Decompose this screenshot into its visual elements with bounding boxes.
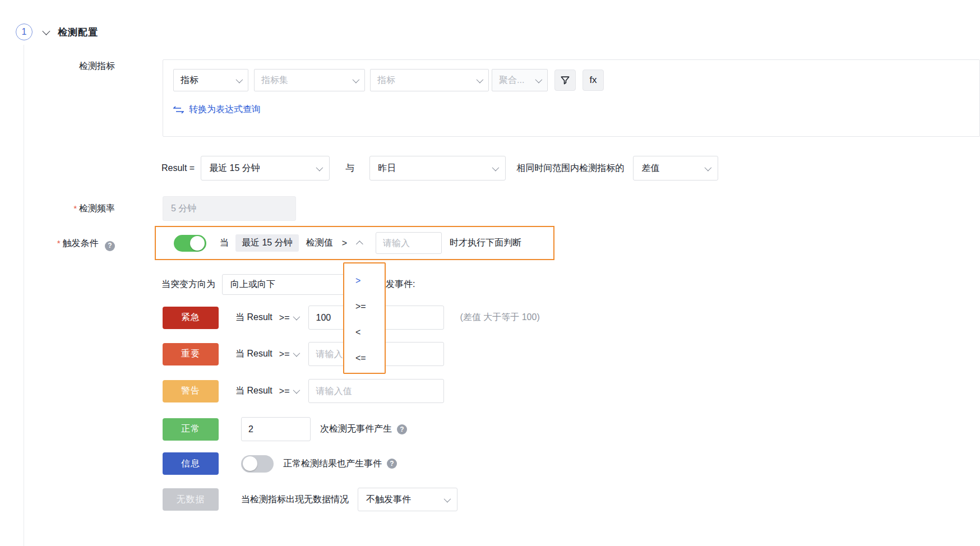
info-toggle-off[interactable]: [241, 455, 274, 473]
result-method-select[interactable]: 差值: [633, 156, 718, 181]
chevron-down-icon: [353, 76, 360, 83]
operator-option-gte[interactable]: >=: [344, 294, 385, 320]
help-question-icon[interactable]: ?: [397, 424, 407, 434]
result-window-value: 最近 15 分钟: [209, 163, 260, 174]
chevron-down-icon: [535, 76, 543, 83]
frequency-label: *检测频率: [0, 196, 115, 221]
fx-icon: fx: [589, 75, 597, 86]
result-compare-value: 昨日: [378, 163, 396, 174]
fx-button[interactable]: fx: [583, 70, 604, 91]
result-middle-text: 相同时间范围内检测指标的: [516, 163, 624, 174]
trigger-window-tag: 最近 15 分钟: [235, 234, 299, 252]
result-method-value: 差值: [641, 163, 659, 174]
filter-button[interactable]: [554, 70, 576, 91]
info-text: 正常检测结果也产生事件: [283, 458, 382, 470]
step-guide-line: [24, 45, 24, 546]
frequency-input-disabled: 5 分钟: [163, 196, 296, 221]
operator-option-lt[interactable]: <: [344, 320, 385, 345]
critical-when-text: 当 Result: [235, 312, 272, 323]
normal-count-input[interactable]: [241, 417, 311, 441]
trigger-operator-value[interactable]: >: [342, 238, 347, 248]
warning-when-text: 当 Result: [235, 385, 272, 397]
step-number-badge: 1: [16, 24, 33, 40]
trigger-toggle-on[interactable]: [174, 235, 206, 252]
swap-icon: [173, 106, 184, 114]
severity-badge-warning: 警告: [163, 380, 219, 402]
nodata-action-value: 不触发事件: [366, 494, 411, 506]
critical-hint: (差值 大于等于 100): [460, 312, 539, 323]
nodata-text: 当检测指标出现无数据情况: [241, 494, 349, 506]
metric-select[interactable]: 指标: [370, 69, 489, 91]
severity-badge-nodata: 无数据: [163, 488, 219, 511]
warning-operator-select[interactable]: >=: [279, 386, 299, 396]
chevron-down-icon: [316, 164, 323, 171]
critical-operator-select[interactable]: >=: [279, 313, 299, 323]
warning-row: 警告 当 Result >=: [163, 379, 444, 403]
nodata-row: 无数据 当检测指标出现无数据情况 不触发事件: [163, 488, 457, 511]
trigger-value-input[interactable]: [376, 232, 442, 254]
severity-badge-major: 重要: [163, 343, 219, 365]
chevron-down-icon: [492, 164, 500, 171]
help-question-icon[interactable]: ?: [105, 241, 115, 251]
metric-query-box: 指标 指标集 指标 聚合...: [163, 59, 980, 137]
chevron-up-icon[interactable]: [356, 240, 363, 248]
help-question-icon[interactable]: ?: [387, 459, 397, 469]
metric-type-select[interactable]: 指标: [173, 69, 248, 91]
normal-suffix-text: 次检测无事件产生: [320, 423, 392, 435]
operator-option-lte[interactable]: <=: [344, 345, 385, 371]
warning-value-input[interactable]: [308, 379, 444, 403]
direction-select[interactable]: 向上或向下: [222, 274, 359, 295]
funnel-icon: [560, 75, 571, 86]
chevron-down-icon: [444, 495, 451, 502]
result-compare-select[interactable]: 昨日: [369, 156, 506, 181]
frequency-value: 5 分钟: [171, 203, 196, 215]
info-row: 信息 正常检测结果也产生事件 ?: [163, 452, 397, 475]
required-asterisk: *: [73, 203, 77, 213]
aggregation-select[interactable]: 聚合...: [492, 69, 548, 91]
major-when-text: 当 Result: [235, 348, 272, 360]
result-and-text: 与: [345, 163, 354, 174]
detection-config-page: 1 检测配置 检测指标 指标 指标集 指标 聚合...: [0, 0, 980, 546]
operator-option-gt[interactable]: >: [344, 268, 385, 294]
severity-badge-critical: 紧急: [163, 307, 219, 329]
trigger-suffix-text: 时才执行下面判断: [450, 237, 521, 249]
trigger-label: *触发条件 ?: [0, 226, 115, 260]
normal-row: 正常 次检测无事件产生 ?: [163, 417, 407, 441]
major-row: 重要 当 Result >=: [163, 342, 444, 366]
operator-dropdown-panel: > >= < <=: [343, 262, 386, 374]
collapse-chevron-down-icon[interactable]: [42, 27, 50, 35]
trigger-condition-box: 当 最近 15 分钟 检测值 > 时才执行下面判断: [155, 226, 554, 260]
nodata-action-select[interactable]: 不触发事件: [358, 488, 457, 511]
convert-link-text: 转换为表达式查询: [189, 104, 261, 115]
chevron-down-icon: [293, 313, 301, 321]
result-window-select[interactable]: 最近 15 分钟: [201, 156, 330, 181]
severity-badge-normal: 正常: [163, 418, 219, 441]
chevron-down-icon: [477, 76, 484, 83]
metricset-placeholder: 指标集: [261, 75, 288, 86]
metricset-select[interactable]: 指标集: [254, 69, 365, 91]
major-operator-select[interactable]: >=: [279, 349, 299, 359]
section-header: 1 检测配置: [16, 24, 980, 40]
severity-badge-info: 信息: [163, 452, 219, 475]
aggregation-placeholder: 聚合...: [499, 75, 524, 86]
result-prefix: Result =: [161, 163, 195, 173]
metric-label: 检测指标: [0, 59, 115, 73]
trigger-when-text: 当: [220, 237, 229, 249]
metric-placeholder: 指标: [377, 75, 395, 86]
required-asterisk: *: [57, 238, 61, 248]
metric-type-value: 指标: [181, 75, 198, 86]
convert-expression-link[interactable]: 转换为表达式查询: [173, 104, 969, 115]
chevron-down-icon: [236, 76, 243, 83]
section-title: 检测配置: [58, 26, 98, 39]
chevron-down-icon: [293, 387, 301, 394]
direction-value: 向上或向下: [230, 279, 275, 290]
chevron-down-icon: [705, 164, 712, 171]
trigger-value-label: 检测值: [306, 237, 333, 249]
chevron-down-icon: [293, 350, 301, 357]
direction-prefix: 当突变方向为: [161, 279, 215, 290]
